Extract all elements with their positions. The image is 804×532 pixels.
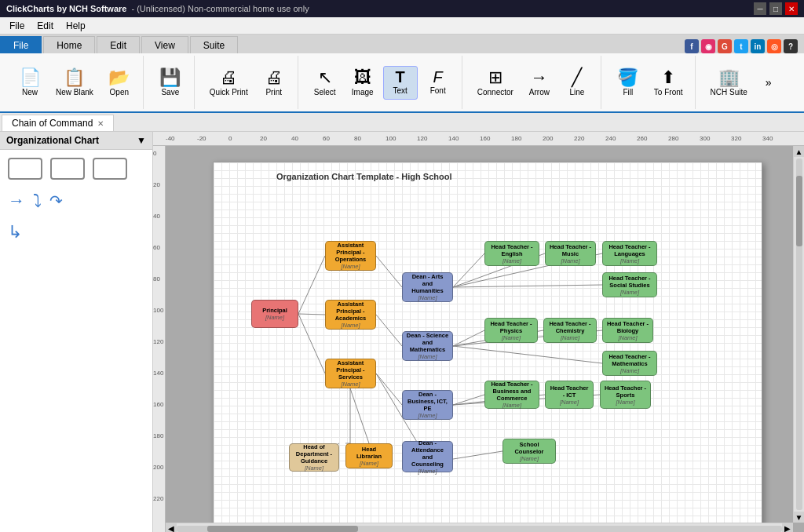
arrow-label: Arrow bbox=[529, 88, 550, 97]
canvas-area[interactable]: -40 -20 0 20 40 60 80 100 120 140 160 18… bbox=[153, 132, 804, 532]
open-button[interactable]: 📂 Open bbox=[102, 66, 137, 100]
node-ht-physics[interactable]: Head Teacher - Physics [Name] bbox=[484, 318, 538, 343]
doc-tab-chain[interactable]: Chain of Command ✕ bbox=[2, 115, 114, 131]
instagram-icon[interactable]: ◉ bbox=[701, 39, 715, 53]
shape-corner-arrow[interactable]: ↳ bbox=[8, 222, 22, 242]
print-icon: 🖨 bbox=[265, 69, 283, 86]
text-button[interactable]: T Text bbox=[383, 66, 418, 100]
fill-button[interactable]: 🪣 Fill bbox=[611, 66, 645, 100]
print-button[interactable]: 🖨 Print bbox=[257, 66, 291, 100]
doc-tab-close[interactable]: ✕ bbox=[97, 119, 104, 128]
quickprint-button[interactable]: 🖨 Quick Print bbox=[204, 66, 254, 100]
node-ht-biology[interactable]: Head Teacher - Biology [Name] bbox=[602, 318, 653, 343]
node-ht-music[interactable]: Head Teacher - Music [Name] bbox=[545, 241, 596, 266]
h-scrollbar[interactable]: ◀ ▶ bbox=[166, 523, 793, 532]
node-ht-languages[interactable]: Head Teacher - Languages [Name] bbox=[602, 241, 657, 266]
svg-line-17 bbox=[453, 395, 484, 405]
node-dean-arts[interactable]: Dean - Arts and Humanities [Name] bbox=[402, 272, 453, 302]
node-ht-chemistry[interactable]: Head Teacher - Chemistry [Name] bbox=[543, 318, 597, 343]
minimize-button[interactable]: ─ bbox=[754, 2, 766, 15]
facebook-icon[interactable]: f bbox=[685, 39, 699, 53]
connector-button[interactable]: ⊞ Connector bbox=[472, 66, 519, 100]
node-principal[interactable]: Principal [Name] bbox=[251, 300, 298, 328]
linkedin-icon[interactable]: in bbox=[751, 39, 765, 53]
image-button[interactable]: 🖼 Image bbox=[345, 66, 380, 100]
tab-home[interactable]: Home bbox=[43, 36, 95, 53]
node-ht-soc-title: Head Teacher - Social Studies bbox=[606, 275, 653, 289]
scroll-right-button[interactable]: ▶ bbox=[782, 523, 793, 533]
node-ap-services[interactable]: Assistant Principal - Services [Name] bbox=[325, 359, 376, 388]
nchsuite-icon: 🏢 bbox=[718, 69, 740, 86]
tab-file[interactable]: File bbox=[0, 36, 42, 53]
canvas-scroll[interactable]: Organization Chart Template - High Schoo… bbox=[166, 146, 804, 532]
sidebar-content: → ⤵ ↷ ↳ bbox=[0, 150, 152, 250]
node-ht-ict[interactable]: Head Teacher - ICT [Name] bbox=[545, 381, 594, 409]
node-hod-guidance[interactable]: Head of Department - Guidance [Name] bbox=[289, 443, 339, 472]
v-scrollbar[interactable]: ▲ ▼ bbox=[793, 146, 804, 523]
scroll-up-button[interactable]: ▲ bbox=[794, 146, 805, 157]
ribbon-group-new: 📄 New 📋 New Blank 📂 Open bbox=[6, 56, 144, 109]
sidebar-dropdown-icon[interactable]: ▼ bbox=[137, 135, 146, 146]
menu-help[interactable]: Help bbox=[60, 19, 92, 33]
node-ap-academics[interactable]: Assistant Principal - Academics [Name] bbox=[325, 300, 376, 330]
tab-view[interactable]: View bbox=[141, 36, 188, 53]
node-dean-science[interactable]: Dean - Science and Mathematics [Name] bbox=[402, 331, 453, 361]
doc-tabs: Chain of Command ✕ bbox=[0, 113, 804, 132]
node-ap-operations[interactable]: Assistant Principal - Operations [Name] bbox=[325, 241, 376, 271]
node-principal-name: [Name] bbox=[265, 314, 284, 321]
node-hod-name: [Name] bbox=[305, 465, 323, 472]
node-ht-sports[interactable]: Head Teacher - Sports [Name] bbox=[600, 381, 651, 409]
new-icon: 📄 bbox=[20, 69, 41, 86]
canvas-paper: Organization Chart Template - High Schoo… bbox=[213, 162, 762, 532]
node-ht-social[interactable]: Head Teacher - Social Studies [Name] bbox=[602, 272, 657, 297]
node-counselor[interactable]: School Counselor [Name] bbox=[502, 439, 556, 464]
node-dean-business[interactable]: Dean - Business, ICT, PE [Name] bbox=[402, 390, 453, 420]
line-button[interactable]: ╱ Line bbox=[560, 66, 594, 100]
scroll-down-button[interactable]: ▼ bbox=[794, 512, 805, 523]
info-icon[interactable]: ? bbox=[784, 39, 798, 53]
node-dean-attendance[interactable]: Dean - Attendance and Counseling [Name] bbox=[402, 441, 453, 472]
node-ht-chem-name: [Name] bbox=[561, 334, 579, 341]
svg-line-12 bbox=[453, 285, 602, 287]
menu-edit[interactable]: Edit bbox=[31, 19, 60, 33]
newblank-button[interactable]: 📋 New Blank bbox=[50, 66, 99, 100]
node-ht-biz-name: [Name] bbox=[502, 402, 521, 409]
tab-suite[interactable]: Suite bbox=[190, 36, 238, 53]
v-scroll-thumb[interactable] bbox=[796, 176, 802, 246]
google-icon[interactable]: G bbox=[718, 39, 732, 53]
shape-rectangle-2[interactable] bbox=[50, 158, 85, 180]
menu-file[interactable]: File bbox=[3, 19, 31, 33]
tofront-button[interactable]: ⬆ To Front bbox=[649, 66, 689, 100]
node-ht-maths[interactable]: Head Teacher - Mathematics [Name] bbox=[602, 351, 657, 376]
maximize-button[interactable]: □ bbox=[769, 2, 782, 15]
title-bar: ClickCharts by NCH Software - (Unlicense… bbox=[0, 0, 804, 17]
node-ht-business[interactable]: Head Teacher - Business and Commerce [Na… bbox=[484, 381, 539, 409]
tab-edit[interactable]: Edit bbox=[97, 36, 140, 53]
nchsuite-button[interactable]: 🏢 NCH Suite bbox=[705, 66, 753, 100]
shape-curve-arrow[interactable]: ↷ bbox=[49, 191, 63, 210]
connector-icon: ⊞ bbox=[488, 69, 502, 86]
shape-bend-arrow[interactable]: ⤵ bbox=[33, 191, 42, 211]
twitter-icon[interactable]: t bbox=[734, 39, 748, 53]
font-label: Font bbox=[430, 86, 446, 95]
scroll-left-button[interactable]: ◀ bbox=[166, 523, 177, 533]
ribbon-expand-button[interactable]: » bbox=[766, 76, 772, 89]
arrow-button[interactable]: → Arrow bbox=[522, 66, 557, 100]
new-button[interactable]: 📄 New bbox=[13, 66, 47, 100]
h-scroll-thumb[interactable] bbox=[207, 526, 359, 532]
node-librarian[interactable]: Head Librarian [Name] bbox=[345, 443, 393, 468]
svg-line-2 bbox=[298, 314, 325, 373]
close-button[interactable]: ✕ bbox=[785, 2, 798, 15]
select-button[interactable]: ↖ Select bbox=[308, 66, 342, 100]
node-principal-title: Principal bbox=[262, 307, 287, 314]
save-button[interactable]: 💾 Save bbox=[153, 66, 188, 100]
shape-arrow-right[interactable]: → bbox=[8, 191, 25, 211]
node-ap-ops-title: Assistant Principal - Operations bbox=[329, 242, 372, 263]
main-area: Organizational Chart ▼ → ⤵ ↷ ↳ -40 -20 0 bbox=[0, 132, 804, 532]
shape-rectangle-3[interactable] bbox=[93, 158, 127, 180]
node-ht-english[interactable]: Head Teacher - English [Name] bbox=[484, 241, 539, 266]
rss-icon[interactable]: ◎ bbox=[767, 39, 781, 53]
shape-rectangle-1[interactable] bbox=[8, 158, 42, 180]
svg-line-4 bbox=[376, 315, 402, 346]
font-button[interactable]: F Font bbox=[421, 66, 455, 100]
